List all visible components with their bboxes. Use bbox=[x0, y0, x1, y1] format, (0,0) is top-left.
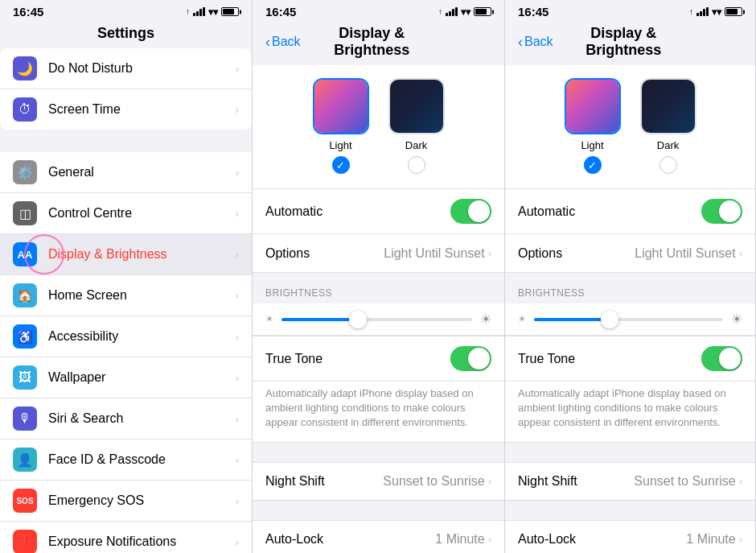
signal-bar-1 bbox=[193, 13, 195, 16]
settings-item-accessibility[interactable]: ♿ Accessibility › bbox=[0, 316, 252, 357]
accessibility-label: Accessibility bbox=[48, 329, 236, 344]
truetone-row-right: True Tone bbox=[505, 336, 755, 382]
settings-item-control-centre[interactable]: ◫ Control Centre › bbox=[0, 193, 252, 234]
brightness-row-left[interactable]: ☀ ☀ bbox=[253, 303, 504, 336]
autolock-value-right: 1 Minute bbox=[686, 532, 735, 547]
status-icons: ↑ ▾▾ bbox=[186, 6, 239, 18]
emergency-sos-label: Emergency SOS bbox=[48, 493, 236, 508]
brightness-fill-left bbox=[281, 318, 358, 321]
status-time-right: 16:45 bbox=[518, 5, 549, 19]
brightness-handle-right bbox=[601, 311, 618, 328]
settings-item-screen-time[interactable]: ⏱ Screen Time › bbox=[0, 89, 252, 130]
brightness-fill-right bbox=[534, 318, 610, 321]
light-thumb-right bbox=[566, 80, 619, 133]
settings-item-exposure[interactable]: ❗ Exposure Notifications › bbox=[0, 522, 252, 553]
settings-scroll[interactable]: 🌙 Do Not Disturb › ⏱ Screen Time › ⚙️ Ge… bbox=[0, 48, 252, 553]
autolock-value-left: 1 Minute bbox=[435, 532, 484, 547]
signal-bar-l2 bbox=[449, 11, 451, 16]
back-label-left: Back bbox=[272, 35, 301, 49]
options-chevron-left: › bbox=[488, 247, 491, 259]
settings-section-2: ⚙️ General › ◫ Control Centre › AA Displ… bbox=[0, 152, 252, 553]
settings-item-display-brightness[interactable]: AA Display & Brightness › bbox=[0, 234, 252, 275]
settings-item-do-not-disturb[interactable]: 🌙 Do Not Disturb › bbox=[0, 48, 252, 89]
automatic-toggle-right[interactable] bbox=[701, 199, 742, 224]
do-not-disturb-chevron: › bbox=[236, 63, 239, 75]
options-row-left[interactable]: Options Light Until Sunset › bbox=[253, 234, 504, 273]
home-screen-label: Home Screen bbox=[48, 288, 236, 303]
home-screen-chevron: › bbox=[236, 290, 239, 302]
location-icon: ↑ bbox=[186, 7, 190, 16]
mode-dark-left[interactable]: Dark bbox=[388, 78, 445, 174]
signal-bars-left bbox=[446, 7, 458, 16]
status-time-left: 16:45 bbox=[265, 5, 296, 19]
appearance-section-right: Light ✓ Dark bbox=[505, 65, 755, 189]
accessibility-chevron: › bbox=[236, 331, 239, 343]
signal-bar-3 bbox=[199, 9, 202, 16]
brightness-icon-sm-right: ☀ bbox=[518, 314, 526, 324]
wifi-icon: ▾▾ bbox=[208, 6, 218, 18]
settings-title: Settings bbox=[13, 25, 239, 42]
exposure-label: Exposure Notifications bbox=[48, 534, 236, 549]
settings-nav-bar: Settings bbox=[0, 22, 252, 48]
truetone-desc-left: Automatically adapt iPhone display based… bbox=[253, 382, 504, 443]
back-label-right: Back bbox=[524, 35, 553, 49]
autolock-chevron-left: › bbox=[488, 533, 491, 545]
nightshift-row-right[interactable]: Night Shift Sunset to Sunrise › bbox=[505, 462, 755, 501]
nightshift-value-left: Sunset to Sunrise bbox=[383, 474, 484, 489]
face-id-chevron: › bbox=[236, 454, 239, 466]
autolock-row-right[interactable]: Auto-Lock 1 Minute › bbox=[505, 520, 755, 553]
signal-bars-right bbox=[696, 7, 709, 16]
mode-dark-right[interactable]: Dark bbox=[640, 78, 696, 174]
autolock-label-right: Auto-Lock bbox=[518, 532, 686, 547]
signal-bar-r1 bbox=[696, 13, 699, 16]
display-content-right: Light ✓ Dark Automatic bbox=[505, 65, 755, 553]
status-bar: 16:45 ↑ ▾▾ bbox=[0, 0, 252, 22]
autolock-row-left[interactable]: Auto-Lock 1 Minute › bbox=[253, 520, 504, 553]
signal-bar-l3 bbox=[452, 9, 454, 16]
back-button-right[interactable]: ‹ Back bbox=[518, 34, 553, 51]
status-bar-left: 16:45 ↑ ▾▾ bbox=[253, 0, 504, 22]
appearance-modes-right: Light ✓ Dark bbox=[518, 72, 742, 177]
battery-fill-right bbox=[726, 9, 738, 14]
truetone-thumb-left bbox=[468, 348, 490, 369]
display-panel-left: 16:45 ↑ ▾▾ ‹ Back Display & bbox=[253, 0, 505, 553]
nightshift-chevron-left: › bbox=[488, 475, 491, 487]
settings-item-siri-search[interactable]: 🎙 Siri & Search › bbox=[0, 398, 252, 440]
status-time: 16:45 bbox=[13, 5, 43, 19]
truetone-toggle-left[interactable] bbox=[450, 346, 491, 371]
options-label-right: Options bbox=[518, 246, 635, 261]
brightness-slider-right[interactable] bbox=[534, 318, 723, 321]
mode-light-left[interactable]: Light ✓ bbox=[313, 78, 369, 174]
automatic-toggle-left[interactable] bbox=[450, 199, 491, 224]
settings-item-home-screen[interactable]: 🏠 Home Screen › bbox=[0, 275, 252, 316]
back-button-left[interactable]: ‹ Back bbox=[265, 34, 301, 51]
settings-item-wallpaper[interactable]: 🖼 Wallpaper › bbox=[0, 357, 252, 398]
wifi-icon-left: ▾▾ bbox=[461, 6, 470, 18]
signal-bar-2 bbox=[196, 11, 199, 16]
signal-bar-r2 bbox=[700, 11, 702, 16]
nightshift-label-left: Night Shift bbox=[265, 474, 383, 489]
nightshift-row-left[interactable]: Night Shift Sunset to Sunrise › bbox=[253, 462, 504, 501]
emergency-sos-chevron: › bbox=[236, 495, 239, 507]
siri-search-label: Siri & Search bbox=[48, 411, 236, 426]
brightness-row-right[interactable]: ☀ ☀ bbox=[505, 303, 755, 336]
signal-bar-r4 bbox=[706, 7, 709, 16]
signal-bars bbox=[193, 7, 205, 16]
nightshift-chevron-right: › bbox=[739, 475, 742, 487]
truetone-toggle-right[interactable] bbox=[701, 346, 742, 371]
mode-light-right[interactable]: Light ✓ bbox=[565, 78, 621, 174]
settings-item-face-id[interactable]: 👤 Face ID & Passcode › bbox=[0, 440, 252, 481]
battery-icon bbox=[221, 7, 239, 16]
battery-icon-right bbox=[725, 7, 742, 16]
automatic-thumb-left bbox=[468, 200, 490, 222]
options-row-right[interactable]: Options Light Until Sunset › bbox=[505, 234, 755, 273]
accessibility-icon: ♿ bbox=[13, 324, 37, 349]
settings-item-emergency-sos[interactable]: SOS Emergency SOS › bbox=[0, 481, 252, 522]
battery-fill-left bbox=[475, 9, 487, 14]
brightness-slider-left[interactable] bbox=[281, 318, 472, 321]
display-panel-right: 16:45 ↑ ▾▾ ‹ Back Display & bbox=[505, 0, 756, 553]
status-icons-right: ↑ ▾▾ bbox=[689, 6, 742, 18]
location-icon-left: ↑ bbox=[438, 7, 442, 16]
automatic-label-right: Automatic bbox=[518, 204, 701, 219]
settings-item-general[interactable]: ⚙️ General › bbox=[0, 152, 252, 193]
